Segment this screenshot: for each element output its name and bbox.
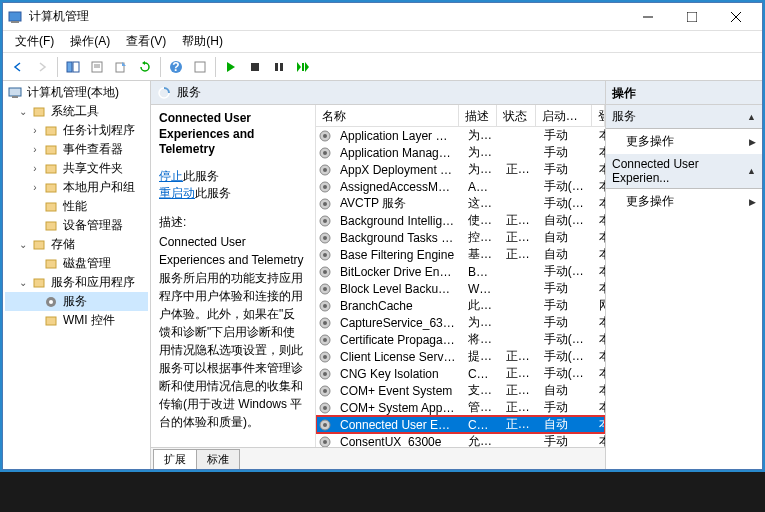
properties-button[interactable] [86,56,108,78]
folder-icon [31,104,47,120]
help-button[interactable]: ? [165,56,187,78]
svg-point-72 [323,440,327,444]
expand-toggle-icon[interactable]: ⌄ [17,239,29,250]
svg-point-64 [323,372,327,376]
item-icon [43,218,59,234]
svg-rect-16 [275,63,278,71]
service-icon [318,197,332,211]
expand-toggle-icon[interactable]: › [29,125,41,136]
service-icon [318,180,332,194]
list-header[interactable]: 名称 描述 状态 启动类型 登 [316,105,605,127]
service-icon [318,282,332,296]
col-start[interactable]: 启动类型 [536,105,592,126]
tree-item[interactable]: 服务 [5,292,148,311]
refresh-button[interactable] [134,56,156,78]
item-icon [43,142,59,158]
service-detail-pane: Connected User Experiences and Telemetry… [151,105,315,447]
tree-pane[interactable]: 计算机管理(本地) ⌄系统工具›任务计划程序›事件查看器›共享文件夹›本地用户和… [3,81,151,469]
cell-status [500,286,538,292]
col-logon[interactable]: 登 [592,105,605,126]
service-row[interactable]: ConsentUX_6300e允许...手动本 [316,433,605,447]
svg-point-66 [323,389,327,393]
action-more-2[interactable]: 更多操作▶ [606,189,762,214]
tree-item[interactable]: 性能 [5,197,148,216]
cell-status [500,184,538,190]
svg-point-58 [323,321,327,325]
cell-status [500,320,538,326]
folder-icon [31,275,47,291]
service-icon [318,316,332,330]
cell-status [500,201,538,207]
svg-point-52 [323,270,327,274]
tree-item[interactable]: ›本地用户和组 [5,178,148,197]
item-icon [43,123,59,139]
stop-button[interactable] [244,56,266,78]
service-icon [318,299,332,313]
restart-button[interactable] [292,56,314,78]
menu-action[interactable]: 操作(A) [62,31,118,52]
action-more-1[interactable]: 更多操作▶ [606,129,762,154]
expand-toggle-icon[interactable]: › [29,144,41,155]
svg-rect-21 [34,108,44,116]
cell-status: 正在... [500,243,538,266]
cell-name: ConsentUX_6300e [334,432,462,448]
pause-button[interactable] [268,56,290,78]
center-header: 服务 [151,81,605,105]
properties2-button[interactable] [189,56,211,78]
toolbar-separator [215,57,216,77]
svg-rect-30 [34,279,44,287]
export-button[interactable] [110,56,132,78]
tab-standard[interactable]: 标准 [196,449,240,469]
menu-file[interactable]: 文件(F) [7,31,62,52]
cell-status [500,337,538,343]
services-list[interactable]: 名称 描述 状态 启动类型 登 Application Layer Gatewa… [315,105,605,447]
tree-item[interactable]: ›共享文件夹 [5,159,148,178]
col-status[interactable]: 状态 [497,105,536,126]
tree-item[interactable]: 设备管理器 [5,216,148,235]
tree-item[interactable]: ›任务计划程序 [5,121,148,140]
back-button[interactable] [7,56,29,78]
tree-group[interactable]: ⌄存储 [5,235,148,254]
menu-help[interactable]: 帮助(H) [174,31,231,52]
svg-rect-25 [46,184,56,192]
expand-toggle-icon[interactable]: › [29,163,41,174]
col-name[interactable]: 名称 [316,105,459,126]
tree-root[interactable]: 计算机管理(本地) [5,83,148,102]
taskbar[interactable] [0,472,765,512]
close-button[interactable] [714,4,758,30]
service-icon [318,435,332,448]
menu-view[interactable]: 查看(V) [118,31,174,52]
actions-section-selected[interactable]: Connected User Experien...▲ [606,154,762,189]
tree-group[interactable]: ⌄服务和应用程序 [5,273,148,292]
minimize-button[interactable] [626,4,670,30]
expand-toggle-icon[interactable]: ⌄ [17,106,29,117]
restart-service-link[interactable]: 重启动 [159,186,195,200]
tab-extended[interactable]: 扩展 [153,449,197,469]
svg-point-38 [323,151,327,155]
tree-group[interactable]: ⌄系统工具 [5,102,148,121]
play-button[interactable] [220,56,242,78]
item-icon [43,161,59,177]
tree-item[interactable]: ›事件查看器 [5,140,148,159]
svg-point-54 [323,287,327,291]
tree-item[interactable]: WMI 控件 [5,311,148,330]
folder-icon [31,237,47,253]
svg-point-50 [323,253,327,257]
show-hide-tree-button[interactable] [62,56,84,78]
svg-point-40 [323,168,327,172]
expand-toggle-icon[interactable]: ⌄ [17,277,29,288]
cell-status [500,133,538,139]
actions-section-services[interactable]: 服务▲ [606,105,762,129]
svg-rect-1 [11,21,19,23]
expand-toggle-icon[interactable]: › [29,182,41,193]
toolbar-separator [160,57,161,77]
col-desc[interactable]: 描述 [459,105,498,126]
svg-text:?: ? [172,60,179,74]
tree-item[interactable]: 磁盘管理 [5,254,148,273]
service-icon [318,146,332,160]
refresh-icon[interactable] [157,86,171,100]
svg-point-62 [323,355,327,359]
item-icon [43,199,59,215]
stop-service-link[interactable]: 停止 [159,169,183,183]
maximize-button[interactable] [670,4,714,30]
